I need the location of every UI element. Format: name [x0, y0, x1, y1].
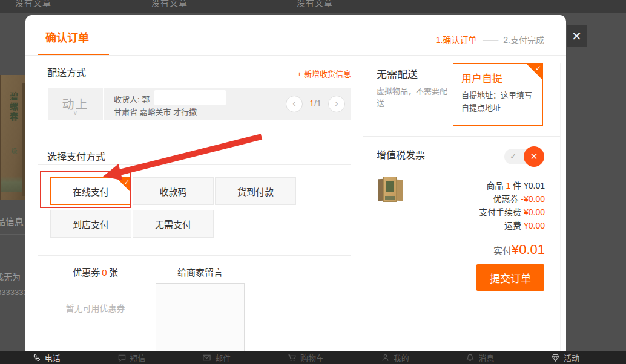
mail-icon: [202, 353, 211, 362]
total-value: ¥0.01: [512, 242, 545, 258]
address-next-button[interactable]: ›: [328, 96, 345, 112]
address-prev-button[interactable]: ‹: [286, 96, 303, 112]
coupon-empty-text: 暂无可用优惠券: [48, 302, 143, 314]
toolbar-item-activity[interactable]: 活动: [551, 352, 579, 363]
address-line-2: 甘肃省 嘉峪关市 才行撒: [114, 106, 197, 117]
payment-qrcode-button[interactable]: 收款码: [133, 177, 214, 205]
add-address-link[interactable]: + 新增收货信息: [297, 68, 351, 79]
topbar-text: 没有文章: [297, 0, 333, 8]
close-icon[interactable]: ✕: [567, 25, 587, 47]
bell-icon: [466, 353, 475, 362]
toolbar-item-sms[interactable]: 短信: [117, 352, 146, 363]
topbar-text: 没有文章: [15, 0, 51, 8]
delivery-method-heading: 配送方式: [47, 65, 86, 79]
background-text-info: 品信息: [0, 215, 24, 227]
phone-icon: [32, 353, 41, 362]
total-row: 实付 ¥0.01: [493, 242, 545, 258]
step-confirm-order: 1.确认订单: [436, 33, 477, 45]
address-card[interactable]: 动上 ∨ 收货人: 郭 手机: 甘肃省 嘉峪关市 才行撒 ‹ 1/1 ›: [48, 88, 351, 120]
package-grade: 一级: [9, 140, 18, 155]
checkout-page: 没有文章 没有文章 没有文章 碧螺春 一级 品信息 我无为 33333333 确…: [0, 0, 626, 364]
panel-right-border: [560, 63, 561, 364]
panel-divider: [364, 63, 364, 364]
bottom-toolbar: 电话 短信 邮件 购物车 我的 消息 活动: [0, 351, 626, 364]
payment-instore-button[interactable]: 到店支付: [50, 210, 131, 238]
option-self-pickup[interactable]: 用户自提 自提地址：这里填写自提点地址 ✓: [453, 63, 543, 126]
section-divider: [38, 164, 351, 165]
summary-divider: [375, 236, 545, 236]
background-divider: [0, 209, 25, 209]
vat-invoice-heading: 增值税发票: [377, 147, 425, 161]
background-divider: [587, 47, 626, 47]
invoice-toggle[interactable]: ✓ ✕: [504, 149, 541, 164]
page-total: /1: [314, 99, 321, 108]
option-no-delivery[interactable]: 无需配送: [377, 66, 418, 81]
summary-fee-line: 支付手续费 ¥0.00: [479, 206, 545, 218]
toolbar-item-phone[interactable]: 电话: [32, 352, 61, 363]
modal-title: 确认订单: [45, 29, 89, 45]
summary-goods-line: 商品 1 件 ¥0.01: [486, 179, 545, 191]
payment-cod-button[interactable]: 货到付款: [215, 177, 296, 205]
address-tab[interactable]: 动上 ∨: [48, 88, 104, 120]
page-current: 1: [309, 99, 314, 108]
annotation-box: [40, 171, 131, 208]
coupon-count: 0: [102, 267, 107, 278]
user-icon: [381, 353, 390, 362]
chat-icon: [117, 353, 127, 362]
section-divider: [363, 136, 560, 137]
checkout-steps: 1.确认订单 —— 2.支付完成: [436, 33, 544, 45]
summary-shipping-line: 运费 ¥0.00: [504, 219, 545, 231]
toolbar-item-cart[interactable]: 购物车: [288, 352, 324, 363]
toggle-off-icon: ✕: [524, 146, 544, 167]
chevron-down-icon: ∨: [48, 109, 103, 116]
receiver-label: 收货人: 郭: [114, 95, 150, 104]
summary-coupon-line: 优惠券 -¥0.00: [493, 192, 545, 204]
check-icon: ✓: [510, 151, 517, 161]
toolbar-item-messages[interactable]: 消息: [466, 352, 494, 363]
topbar-text: 没有文章: [151, 0, 188, 8]
step-connector: ——: [483, 34, 497, 44]
payment-method-heading: 选择支付方式: [47, 149, 105, 163]
cart-icon: [288, 353, 297, 362]
pickup-desc: 自提地址：这里填写自提点地址: [461, 89, 534, 115]
background-topbar: 没有文章 没有文章 没有文章: [0, 0, 626, 13]
selected-check-icon: ✓: [526, 63, 543, 80]
coupon-heading: 优惠券0张: [48, 265, 143, 278]
background-text-note: 我无为: [0, 270, 21, 282]
total-label: 实付: [493, 244, 512, 256]
goods-count: 1: [506, 181, 510, 190]
section-divider: [38, 255, 351, 256]
toolbar-item-mine[interactable]: 我的: [381, 352, 409, 363]
step-payment-complete: 2.支付完成: [503, 33, 544, 45]
package-title: 碧螺春: [7, 92, 19, 123]
payment-none-button[interactable]: 无需支付: [133, 210, 214, 238]
toolbar-item-mail[interactable]: 邮件: [202, 352, 231, 363]
activity-icon: [551, 353, 560, 362]
background-divider: [0, 234, 25, 235]
address-pagination: 1/1: [303, 99, 328, 108]
header-divider: [25, 55, 566, 56]
submit-order-button[interactable]: 提交订单: [476, 264, 544, 291]
column-divider: [143, 262, 143, 364]
merchant-note-heading: 给商家留言: [156, 265, 245, 278]
pickup-title: 用户自提: [461, 70, 502, 85]
option-no-delivery-desc: 虚拟物品，不需要配送: [377, 85, 452, 109]
product-thumbnail: [378, 176, 404, 203]
phone-redaction: [154, 90, 226, 105]
